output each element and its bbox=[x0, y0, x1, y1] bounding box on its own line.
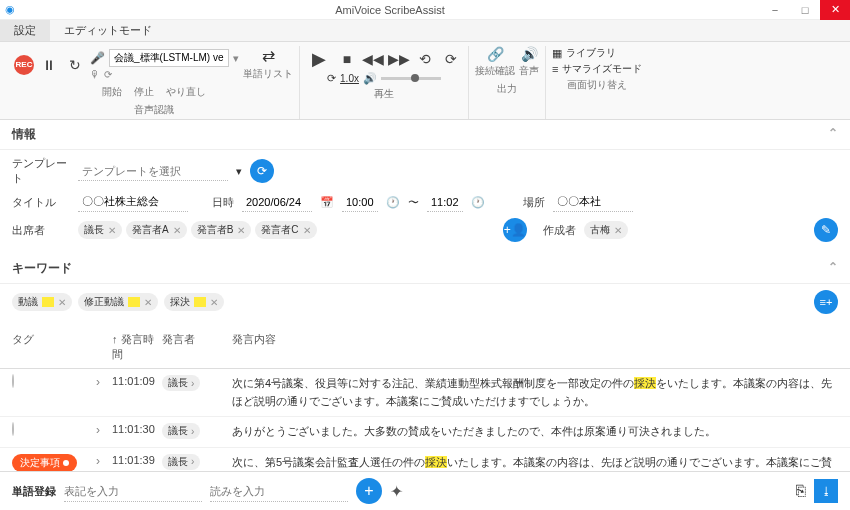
redo-button[interactable]: ↻ bbox=[64, 54, 86, 76]
keyword-tag[interactable]: 動議✕ bbox=[12, 293, 72, 311]
prev-button[interactable]: ◀◀ bbox=[362, 48, 384, 70]
date-input[interactable] bbox=[242, 192, 312, 212]
dropdown-icon[interactable]: ▾ bbox=[236, 165, 242, 178]
restart-small-icon[interactable]: ⟳ bbox=[104, 69, 112, 80]
chevron-up-icon: ⌃ bbox=[828, 260, 838, 277]
time-start-input[interactable] bbox=[342, 192, 378, 212]
ribbon-group-audio-label: 音声認識 bbox=[134, 103, 174, 117]
table-row[interactable]: › 11:01:30 議長› ありがとうございました。大多数の賛成をいただきまし… bbox=[0, 417, 850, 448]
row-circle-icon[interactable] bbox=[12, 374, 14, 388]
keyword-header[interactable]: キーワード ⌃ bbox=[0, 254, 850, 284]
calendar-icon[interactable]: 📅 bbox=[320, 196, 334, 209]
remove-icon[interactable]: ✕ bbox=[210, 297, 218, 308]
remove-icon[interactable]: ✕ bbox=[173, 225, 181, 236]
row-circle-icon[interactable] bbox=[12, 422, 14, 436]
table-row[interactable]: › 11:01:09 議長› 次に第4号議案、役員等に対する注記、業績連動型株式… bbox=[0, 369, 850, 417]
audio-out-icon[interactable]: 🔊 bbox=[519, 46, 539, 62]
pause-button[interactable]: ⏸ bbox=[38, 54, 60, 76]
speaker-tag[interactable]: 議長› bbox=[162, 375, 200, 391]
col-content[interactable]: 発言内容 bbox=[232, 332, 838, 362]
remove-icon[interactable]: ✕ bbox=[144, 297, 152, 308]
info-header[interactable]: 情報 ⌃ bbox=[0, 120, 850, 150]
row-content[interactable]: 次に第4号議案、役員等に対する注記、業績連動型株式報酬制度を一部改定の件の採決を… bbox=[232, 375, 838, 410]
clock-icon[interactable]: 🕐 bbox=[386, 196, 400, 209]
volume-slider[interactable] bbox=[381, 77, 441, 80]
attendees-tags: 議長✕発言者A✕発言者B✕発言者C✕ bbox=[78, 221, 317, 239]
volume-icon[interactable]: 🔊 bbox=[363, 72, 377, 85]
attendee-tag[interactable]: 発言者B✕ bbox=[191, 221, 252, 239]
clock-icon[interactable]: 🕐 bbox=[471, 196, 485, 209]
play-button[interactable]: ▶ bbox=[306, 46, 332, 72]
title-label: タイトル bbox=[12, 195, 70, 210]
add-attendee-button[interactable]: +👤 bbox=[503, 218, 527, 242]
ribbon-group-play: ▶ ■ ◀◀ ▶▶ ⟲ ⟳ ⟳ 1.0x 🔊 再生 bbox=[300, 46, 469, 119]
speaker-tag[interactable]: 議長› bbox=[162, 454, 200, 470]
row-time: 11:01:09 bbox=[112, 375, 162, 387]
ribbon-group-output: 🔗 接続確認 🔊 音声 出力 bbox=[469, 46, 546, 119]
record-button[interactable]: REC bbox=[14, 55, 34, 75]
remove-icon[interactable]: ✕ bbox=[237, 225, 245, 236]
remove-icon[interactable]: ✕ bbox=[108, 225, 116, 236]
place-label: 場所 bbox=[523, 195, 545, 210]
time-end-input[interactable] bbox=[427, 192, 463, 212]
remove-icon[interactable]: ✕ bbox=[303, 225, 311, 236]
reading-input[interactable] bbox=[210, 480, 348, 502]
highlight: 採決 bbox=[634, 377, 656, 389]
template-select[interactable] bbox=[78, 161, 228, 181]
forward-button[interactable]: ⟳ bbox=[440, 48, 462, 70]
rewind-button[interactable]: ⟲ bbox=[414, 48, 436, 70]
add-keyword-button[interactable]: ≡+ bbox=[814, 290, 838, 314]
download-button[interactable]: ⭳ bbox=[814, 479, 838, 503]
export-icon[interactable]: ⎘ bbox=[796, 482, 806, 500]
keyword-tag[interactable]: 採決✕ bbox=[164, 293, 224, 311]
window-title: AmiVoice ScribeAssist bbox=[20, 4, 760, 16]
tab-settings[interactable]: 設定 bbox=[0, 20, 50, 41]
ai-suggest-button[interactable]: ✦ bbox=[390, 482, 403, 501]
tab-edit-mode[interactable]: エディットモード bbox=[50, 20, 166, 41]
attendee-tag[interactable]: 発言者A✕ bbox=[126, 221, 187, 239]
library-icon[interactable]: ▦ bbox=[552, 47, 562, 60]
decision-badge: 決定事項 bbox=[12, 454, 77, 472]
attendees-label: 出席者 bbox=[12, 223, 70, 238]
attendee-tag[interactable]: 発言者C✕ bbox=[255, 221, 316, 239]
table-header: タグ ↑ 発言時間 発言者 発言内容 bbox=[0, 326, 850, 369]
highlight: 採決 bbox=[425, 456, 447, 468]
chevron-right-icon: › bbox=[191, 378, 194, 389]
expand-icon[interactable]: › bbox=[92, 454, 100, 468]
expand-icon[interactable]: › bbox=[92, 375, 100, 389]
col-speaker[interactable]: 発言者 bbox=[162, 332, 232, 362]
close-button[interactable]: ✕ bbox=[820, 0, 850, 20]
creator-label: 作成者 bbox=[543, 223, 576, 238]
stop-button[interactable]: ■ bbox=[336, 48, 358, 70]
dropdown-icon[interactable]: ▾ bbox=[233, 52, 239, 65]
col-time[interactable]: ↑ 発言時間 bbox=[112, 332, 162, 362]
speed-icon[interactable]: ⟳ bbox=[327, 72, 336, 85]
summarize-icon[interactable]: ≡ bbox=[552, 63, 558, 75]
minimize-button[interactable]: − bbox=[760, 0, 790, 20]
mic-select[interactable] bbox=[109, 49, 229, 67]
place-input[interactable] bbox=[553, 192, 633, 212]
speaker-tag[interactable]: 議長› bbox=[162, 423, 200, 439]
app-icon: ◉ bbox=[0, 3, 20, 16]
expand-icon[interactable]: › bbox=[92, 423, 100, 437]
template-refresh-button[interactable]: ⟳ bbox=[250, 159, 274, 183]
row-content[interactable]: ありがとうございました。大多数の賛成をいただきましたので、本件は原案通り可決され… bbox=[232, 423, 838, 441]
next-button[interactable]: ▶▶ bbox=[388, 48, 410, 70]
wordlist-icon[interactable]: ⇄ bbox=[262, 46, 275, 65]
title-input[interactable] bbox=[78, 192, 188, 212]
keyword-tag[interactable]: 修正動議✕ bbox=[78, 293, 158, 311]
ribbon-group-view: ▦ライブラリ ≡サマライズモード 画面切り替え bbox=[546, 46, 648, 119]
chevron-right-icon: › bbox=[191, 456, 194, 467]
edit-creator-button[interactable]: ✎ bbox=[814, 218, 838, 242]
speed-value[interactable]: 1.0x bbox=[340, 73, 359, 84]
surface-input[interactable] bbox=[64, 480, 202, 502]
col-tag[interactable]: タグ bbox=[12, 332, 92, 362]
maximize-button[interactable]: □ bbox=[790, 0, 820, 20]
mic-small-icon: 🎙 bbox=[90, 69, 100, 80]
row-time: 11:01:30 bbox=[112, 423, 162, 435]
remove-icon[interactable]: ✕ bbox=[58, 297, 66, 308]
connect-icon[interactable]: 🔗 bbox=[475, 46, 515, 62]
creator-tag[interactable]: 古梅✕ bbox=[584, 221, 628, 239]
add-word-button[interactable]: + bbox=[356, 478, 382, 504]
attendee-tag[interactable]: 議長✕ bbox=[78, 221, 122, 239]
